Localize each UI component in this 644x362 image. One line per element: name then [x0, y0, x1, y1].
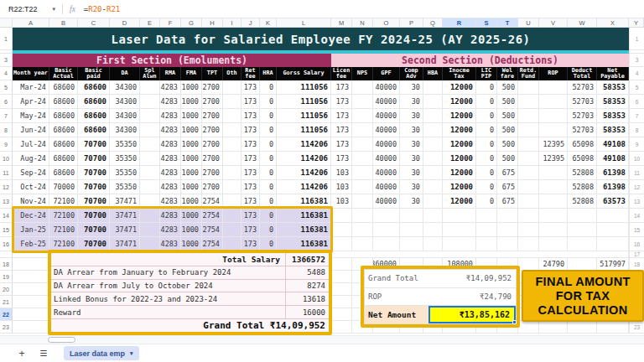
row-number-right[interactable]: 8 — [629, 123, 644, 137]
grid-cell[interactable]: 1000 — [181, 152, 202, 166]
grid-cell[interactable]: 173 — [242, 223, 260, 237]
grid-cell[interactable] — [539, 109, 568, 123]
grid-cell[interactable] — [443, 223, 476, 237]
grid-cell[interactable] — [331, 258, 352, 271]
grid-cell[interactable] — [497, 223, 518, 237]
grid-cell[interactable]: 1000 — [181, 80, 202, 95]
grid-cell[interactable] — [13, 308, 49, 321]
grid-cell[interactable] — [518, 137, 539, 152]
grid-cell[interactable] — [539, 209, 568, 223]
grid-cell[interactable]: 37471 — [110, 194, 140, 209]
grid-cell[interactable] — [518, 152, 539, 166]
grid-cell[interactable] — [140, 194, 160, 209]
column-header-S[interactable]: S — [476, 18, 497, 28]
grid-cell[interactable] — [331, 321, 352, 334]
column-label-retd[interactable]: Retd. Fund — [518, 67, 539, 80]
grid-cell[interactable]: 173 — [331, 152, 352, 166]
grid-cell[interactable]: 0 — [260, 152, 277, 166]
grid-cell[interactable] — [140, 209, 160, 223]
grid-cell[interactable]: 2700 — [202, 166, 223, 180]
grid-cell[interactable] — [423, 237, 443, 251]
grid-cell[interactable]: 30 — [400, 95, 423, 109]
column-header-W[interactable]: W — [568, 18, 597, 28]
grid-cell[interactable]: 111056 — [277, 95, 331, 109]
grid-cell[interactable] — [223, 209, 242, 223]
grid-cell[interactable]: 52703 — [568, 109, 597, 123]
column-label-ded[interactable]: Deduct Total — [568, 67, 597, 80]
grid-cell[interactable]: 0 — [260, 123, 277, 137]
grid-cell[interactable]: 70700 — [78, 209, 110, 223]
grid-cell[interactable] — [423, 95, 443, 109]
grid-cell[interactable]: 70700 — [78, 166, 110, 180]
rop-summary-row[interactable]: ROP ₹24,790 — [365, 288, 516, 307]
grid-cell[interactable] — [331, 296, 352, 308]
column-label-rop[interactable]: ROP — [539, 67, 568, 80]
row-header-5[interactable]: 5 — [0, 80, 13, 95]
column-label-rma[interactable]: RMA — [160, 67, 181, 80]
grid-cell[interactable] — [373, 237, 400, 251]
grid-cell[interactable] — [597, 223, 629, 237]
grid-cell[interactable] — [352, 123, 373, 137]
grid-cell[interactable]: 173 — [242, 166, 260, 180]
row-number-right[interactable]: 4 — [629, 67, 644, 80]
grid-cell[interactable] — [331, 209, 352, 223]
grid-cell[interactable] — [331, 237, 352, 251]
grid-cell[interactable] — [597, 321, 629, 334]
grid-cell[interactable]: 68600 — [49, 152, 78, 166]
grid-cell[interactable]: 4283 — [160, 95, 181, 109]
grid-cell[interactable] — [423, 80, 443, 95]
grid-cell[interactable]: 52703 — [568, 123, 597, 137]
grid-cell[interactable]: 35350 — [110, 180, 140, 194]
grid-cell[interactable]: 4283 — [160, 80, 181, 95]
grid-cell[interactable] — [597, 237, 629, 251]
grid-cell[interactable]: 0 — [476, 95, 497, 109]
grid-cell[interactable] — [518, 194, 539, 209]
grid-cell[interactable]: 0 — [260, 80, 277, 95]
grid-cell[interactable] — [539, 80, 568, 95]
grid-cell[interactable]: 675 — [497, 180, 518, 194]
row-header-1[interactable]: 1 — [0, 28, 13, 50]
column-header-E[interactable]: E — [140, 18, 160, 28]
grid-cell[interactable] — [443, 237, 476, 251]
row-header-3[interactable]: 3 — [0, 54, 13, 67]
column-label-licen[interactable]: Licen fee — [331, 67, 352, 80]
grid-cell[interactable] — [140, 109, 160, 123]
column-label-gross[interactable]: Gorss Salary — [277, 67, 331, 80]
selection-fill-handle[interactable] — [512, 320, 517, 324]
grid-cell[interactable] — [568, 223, 597, 237]
grid-cell[interactable]: 500 — [497, 137, 518, 152]
grid-cell[interactable] — [352, 137, 373, 152]
sheet-tab-dropdown-icon[interactable]: ▾ — [130, 350, 133, 357]
grid-cell[interactable]: 40000 — [373, 180, 400, 194]
grid-cell[interactable]: 70700 — [78, 137, 110, 152]
grid-cell[interactable] — [518, 258, 539, 271]
net-amount-row[interactable]: Net Amount ₹13,85,162 — [365, 306, 516, 323]
grid-cell[interactable]: 34300 — [110, 109, 140, 123]
scrollbar-thumb[interactable] — [48, 337, 75, 343]
grid-cell[interactable] — [400, 209, 423, 223]
grand-total-row[interactable]: Grand Total ₹14,09,952 — [51, 319, 329, 332]
grid-cell[interactable]: 12395 — [539, 152, 568, 166]
row-header-19[interactable]: 19 — [0, 271, 13, 283]
grid-cell[interactable]: 12000 — [443, 109, 476, 123]
grid-cell[interactable] — [539, 223, 568, 237]
grid-cell[interactable]: 1000 — [181, 123, 202, 137]
row-number-right[interactable]: 10 — [629, 152, 644, 166]
grid-cell[interactable]: 52808 — [568, 180, 597, 194]
grid-cell[interactable]: 30 — [400, 123, 423, 137]
grid-cell[interactable]: 1000 — [181, 137, 202, 152]
column-label-it[interactable]: Inocme Tax — [443, 67, 476, 80]
grid-cell[interactable] — [539, 180, 568, 194]
row-header-15[interactable]: 15 — [0, 223, 13, 237]
grid-cell[interactable]: 500 — [497, 95, 518, 109]
grid-cell[interactable]: 34300 — [110, 80, 140, 95]
grid-cell[interactable]: 0 — [260, 137, 277, 152]
grid-cell[interactable]: 4283 — [160, 194, 181, 209]
column-header-F[interactable]: F — [160, 18, 181, 28]
column-header-K[interactable]: K — [260, 18, 277, 28]
grid-cell[interactable]: 72100 — [49, 223, 78, 237]
grid-corner[interactable] — [0, 18, 13, 28]
grid-cell[interactable]: 173 — [331, 123, 352, 137]
grid-cell[interactable] — [497, 237, 518, 251]
grid-cell[interactable]: 4283 — [160, 123, 181, 137]
